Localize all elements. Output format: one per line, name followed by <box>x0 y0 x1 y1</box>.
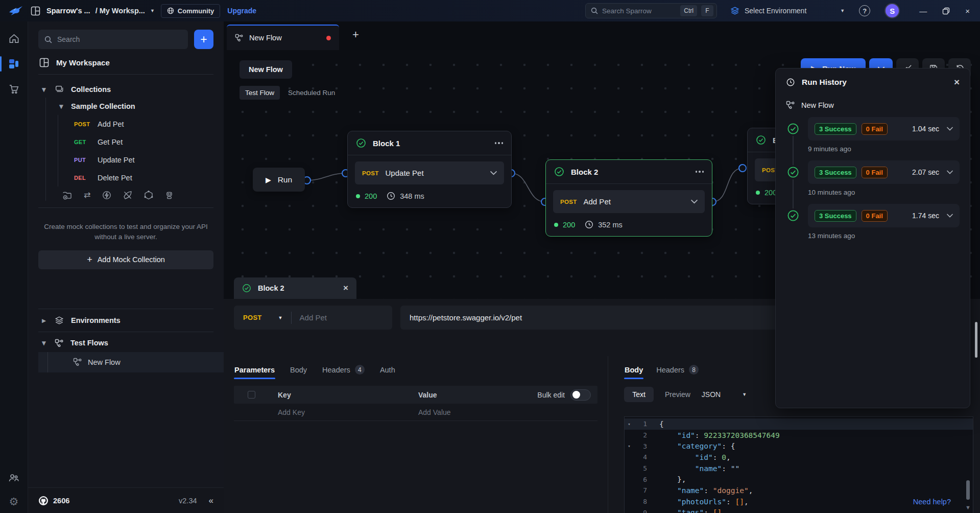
add-key-placeholder[interactable]: Add Key <box>278 408 418 416</box>
bulk-edit-toggle[interactable] <box>570 389 591 401</box>
close-icon[interactable]: × <box>954 77 960 88</box>
editor-scrollbar-thumb[interactable] <box>966 480 970 500</box>
sidebar-item-collections[interactable]: ▾ Collections <box>38 81 213 98</box>
parameter-row[interactable]: Add Key Add Value <box>234 404 597 421</box>
chevron-down-icon[interactable]: ▾ <box>58 102 65 110</box>
more-menu-icon[interactable] <box>495 142 504 144</box>
sidebar-item-new-flow[interactable]: New Flow <box>38 352 224 372</box>
sidebar-request-add-pet[interactable]: POST Add Pet <box>58 115 213 133</box>
chevron-right-icon[interactable]: ▸ <box>40 316 47 324</box>
close-button[interactable]: × <box>965 7 970 15</box>
view-mode-json[interactable]: JSON ▼ <box>702 390 747 399</box>
run-history-entry[interactable]: 3 Success 0 Fail 1.74 sec <box>786 204 960 227</box>
flow-run-node[interactable]: ▶ Run <box>253 168 305 192</box>
community-button[interactable]: Community <box>161 4 221 18</box>
tab-response-headers[interactable]: Headers 8 <box>656 360 699 379</box>
more-menu-icon[interactable] <box>696 171 704 173</box>
upgrade-link[interactable]: Upgrade <box>227 7 256 15</box>
community-people-icon[interactable] <box>0 472 28 484</box>
response-headers-count-badge: 8 <box>689 365 699 375</box>
request-name-placeholder[interactable]: Add Pet <box>300 313 327 322</box>
socket-io-icon[interactable] <box>123 191 132 200</box>
sidebar-item-test-flows[interactable]: ▾ Test Flows <box>38 335 213 351</box>
run-node-label: Run <box>278 175 292 184</box>
run-history-entry[interactable]: 3 Success 0 Fail 2.07 sec <box>786 160 960 184</box>
sidebar-search[interactable] <box>38 30 188 49</box>
sidebar-request-delete-pet[interactable]: DEL Delete Pet <box>58 169 213 186</box>
sidebar-request-update-pet[interactable]: PUT Update Pet <box>58 151 213 169</box>
method-badge: GET <box>74 139 98 145</box>
request-name: Delete Pet <box>98 174 132 182</box>
block-request-select[interactable]: POST Update Pet <box>355 161 504 184</box>
flow-name-button[interactable]: New Flow <box>240 60 292 79</box>
clock-icon <box>585 220 593 229</box>
run-history-entry[interactable]: 3 Success 0 Fail 1.04 sec <box>786 117 960 141</box>
tab-headers[interactable]: Headers 4 <box>322 360 365 379</box>
close-icon[interactable]: × <box>343 283 348 293</box>
chevron-down-icon[interactable] <box>947 214 953 218</box>
chevron-down-icon[interactable] <box>947 170 953 174</box>
status-dot-icon <box>356 194 360 198</box>
sidebar: + My Workspace ▾ Collections ▾ Sample Co… <box>28 21 224 513</box>
add-value-placeholder[interactable]: Add Value <box>418 408 451 416</box>
socket-icon[interactable] <box>102 191 111 200</box>
tab-auth[interactable]: Auth <box>379 360 396 379</box>
graphql-icon[interactable] <box>144 191 153 200</box>
add-mock-collection-button[interactable]: + Add Mock Collection <box>38 250 213 269</box>
chevron-down-icon[interactable] <box>947 127 953 131</box>
sidebar-item-sample-collection[interactable]: ▾ Sample Collection <box>46 98 213 115</box>
status-code: 200 <box>563 221 575 229</box>
flow-block-1[interactable]: Block 1 POST Update Pet 200 348 ms <box>347 131 512 208</box>
workspace-header[interactable]: My Workspace <box>39 58 212 67</box>
view-mode-text[interactable]: Text <box>624 387 654 402</box>
chevron-down-icon[interactable] <box>490 171 497 175</box>
workspace-grid-icon[interactable] <box>0 58 28 70</box>
chevron-down-icon[interactable]: ▼ <box>840 8 845 13</box>
tab-response-body[interactable]: Body <box>624 360 643 379</box>
sidebar-item-environments[interactable]: ▸ Environments <box>38 312 213 329</box>
github-icon[interactable] <box>38 496 49 506</box>
marketplace-cart-icon[interactable] <box>0 83 28 95</box>
avatar[interactable]: S <box>885 3 900 18</box>
chevron-down-icon[interactable]: ▾ <box>40 339 47 347</box>
run-history-panel: Run History × New Flow 3 Success 0 Fail … <box>775 68 970 408</box>
settings-gear-icon[interactable]: ⚙ <box>0 496 28 508</box>
minimize-button[interactable]: — <box>919 7 927 15</box>
tab-parameters[interactable]: Parameters <box>234 360 275 379</box>
chevron-down-icon[interactable] <box>691 199 698 204</box>
tab-body[interactable]: Body <box>290 360 307 379</box>
new-tab-button[interactable]: + <box>352 29 359 42</box>
need-help-link[interactable]: Need help? <box>913 498 951 506</box>
global-search-input[interactable] <box>602 7 676 15</box>
add-folder-icon[interactable] <box>62 191 72 200</box>
sidebar-request-get-pet[interactable]: GET Get Pet <box>58 133 213 151</box>
global-search[interactable]: Ctrl F <box>585 3 717 18</box>
ai-bot-icon[interactable] <box>165 191 174 200</box>
chevron-down-icon: ▼ <box>278 315 283 320</box>
method-badge: POST <box>362 170 379 176</box>
environment-selector[interactable]: Select Environment ▼ <box>730 6 845 15</box>
flow-block-2[interactable]: Block 2 POST Add Pet 200 352 ms <box>545 159 712 237</box>
request-name: Update Pet <box>386 169 424 177</box>
scroll-down-arrow-icon[interactable]: ▼ <box>965 504 971 510</box>
chevron-down-icon[interactable]: ▼ <box>150 8 155 13</box>
chevron-down-icon[interactable]: ▾ <box>40 85 47 94</box>
sidebar-search-input[interactable] <box>57 35 182 43</box>
view-mode-preview[interactable]: Preview <box>665 390 690 399</box>
method-select[interactable]: POST ▼ Add Pet <box>234 306 392 330</box>
help-icon[interactable]: ? <box>859 5 870 16</box>
add-new-button[interactable]: + <box>194 30 213 49</box>
collapse-sidebar-icon[interactable]: « <box>209 496 213 506</box>
block-request-select[interactable]: POST Add Pet <box>553 190 705 213</box>
tab-scheduled-run[interactable]: Scheduled Run <box>288 89 335 97</box>
sync-arrows-icon[interactable]: ⇄ <box>84 191 90 199</box>
select-all-checkbox[interactable] <box>248 391 255 399</box>
breadcrumb[interactable]: Sparrow's ... / My Worksp... ▼ <box>46 7 155 15</box>
tab-test-flow[interactable]: Test Flow <box>240 86 280 100</box>
home-icon[interactable] <box>0 33 28 44</box>
collections-label: Collections <box>71 85 111 94</box>
tab-new-flow[interactable]: New Flow <box>227 25 339 50</box>
inspector-tab-block-2[interactable]: Block 2 × <box>234 277 356 299</box>
maximize-button[interactable] <box>942 7 950 15</box>
panel-scrollbar-thumb[interactable] <box>975 322 977 358</box>
